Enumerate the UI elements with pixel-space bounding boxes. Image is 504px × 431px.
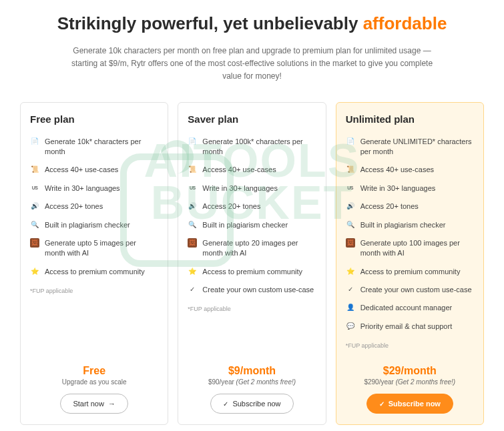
feature-item: ✓Create your own custom use-case: [188, 281, 316, 299]
sound-icon: 🔊: [188, 201, 197, 211]
feature-item: ⭐Access to premium community: [188, 263, 316, 281]
feature-item: 💬Priority email & chat support: [346, 318, 474, 336]
feature-text: Built in plagiarism checker: [360, 220, 446, 230]
feature-text: Access to premium community: [360, 267, 461, 277]
plan-footer: $9/month$90/year (Get 2 months free!)✓Su…: [188, 354, 316, 414]
plan-price-sub: $90/year (Get 2 months free!): [188, 378, 316, 386]
feature-item: 🔍Built in plagiarism checker: [346, 216, 474, 234]
subscribe-button[interactable]: ✓Subscribe now: [210, 394, 293, 414]
plan-title: Saver plan: [188, 113, 316, 125]
mag-icon: 🔍: [30, 220, 39, 230]
star-icon: ⭐: [30, 267, 39, 276]
mag-icon: 🔍: [346, 220, 355, 230]
feature-text: Generate 10k* characters per month: [45, 137, 158, 157]
fup-note: *FUP applicable: [30, 288, 158, 294]
plan-card-unlimited-plan: Unlimited plan📄Generate UNLIMITED* chara…: [336, 102, 484, 426]
mag-icon: 🔍: [188, 220, 197, 230]
start-now-button[interactable]: Start now→: [60, 394, 128, 414]
feature-text: Generate 100k* characters per month: [202, 137, 316, 157]
feature-item: 🔊Access 20+ tones: [346, 197, 474, 216]
person-icon: 👤: [346, 303, 355, 312]
feature-text: Access to premium community: [202, 267, 302, 277]
doc-icon: 📄: [30, 137, 39, 146]
feature-item: 🔍Built in plagiarism checker: [30, 216, 158, 234]
plan-price: Free: [30, 365, 158, 377]
scroll-icon: 📜: [30, 165, 39, 174]
scroll-icon: 📜: [188, 165, 197, 174]
scroll-icon: 📜: [346, 165, 355, 174]
img-icon: 🖼: [346, 238, 355, 248]
feature-item: 📜Access 40+ use-cases: [188, 161, 316, 179]
feature-text: Generate upto 100 images per month with …: [360, 238, 474, 259]
pricing-plans: Free plan📄Generate 10k* characters per m…: [20, 102, 484, 426]
plan-title: Free plan: [30, 113, 158, 125]
feature-item: ⭐Access to premium community: [30, 263, 158, 281]
plan-price-sub: $290/year (Get 2 months free!): [346, 378, 474, 386]
feature-item: 🔍Built in plagiarism checker: [188, 216, 316, 234]
doc-icon: 📄: [188, 137, 197, 146]
feature-item: 🔊Access 20+ tones: [188, 197, 316, 216]
plan-footer: $29/month$290/year (Get 2 months free!)✓…: [346, 354, 474, 414]
feature-text: Access 20+ tones: [45, 201, 103, 211]
plan-card-free-plan: Free plan📄Generate 10k* characters per m…: [20, 102, 168, 426]
fup-note: *FUP applicable: [346, 342, 474, 349]
feature-text: Access 40+ use-cases: [360, 165, 434, 175]
feature-item: USWrite in 30+ languages: [188, 179, 316, 197]
feature-text: Access 40+ use-cases: [202, 165, 276, 175]
hero-subtitle: Generate 10k characters per month on fre…: [65, 45, 439, 83]
feature-item: 📜Access 40+ use-cases: [346, 161, 474, 179]
star-icon: ⭐: [346, 267, 355, 276]
us-icon: US: [346, 183, 355, 193]
feature-list: 📄Generate 100k* characters per month📜Acc…: [188, 133, 316, 300]
subscribe-button[interactable]: ✓Subscribe now: [366, 394, 453, 414]
feature-text: Generate upto 20 images per month with A…: [202, 238, 316, 259]
feature-item: 📄Generate 100k* characters per month: [188, 133, 316, 161]
plan-card-saver-plan: Saver plan📄Generate 100k* characters per…: [178, 102, 326, 426]
feature-text: Create your own custom use-case: [202, 285, 314, 295]
plan-title: Unlimited plan: [346, 113, 474, 125]
feature-text: Access 20+ tones: [202, 201, 260, 211]
feature-item: 📄Generate UNLIMITED* characters per mont…: [346, 133, 474, 161]
feature-item: 📄Generate 10k* characters per month: [30, 133, 158, 161]
feature-list: 📄Generate UNLIMITED* characters per mont…: [346, 133, 474, 336]
plan-price: $29/month: [346, 365, 474, 377]
feature-item: 👤Dedicated account manager: [346, 299, 474, 317]
sound-icon: 🔊: [346, 201, 355, 211]
check-icon: ✓: [223, 400, 228, 408]
feature-item: ⭐Access to premium community: [346, 263, 474, 281]
plan-price: $9/month: [188, 365, 316, 377]
check-icon: ✓: [188, 285, 197, 294]
feature-list: 📄Generate 10k* characters per month📜Acce…: [30, 133, 158, 282]
button-label: Start now: [73, 400, 103, 408]
us-icon: US: [188, 183, 197, 193]
feature-text: Write in 30+ languages: [202, 183, 278, 193]
feature-text: Create your own custom use-case: [360, 285, 472, 295]
us-icon: US: [30, 183, 39, 193]
check-icon: ✓: [379, 400, 385, 408]
chat-icon: 💬: [346, 322, 355, 331]
feature-text: Access 40+ use-cases: [45, 165, 118, 175]
plan-price-sub: Upgrade as you scale: [30, 378, 158, 386]
feature-item: USWrite in 30+ languages: [346, 179, 474, 197]
feature-item: 🖼Generate upto 20 images per month with …: [188, 234, 316, 263]
sound-icon: 🔊: [30, 201, 39, 211]
feature-text: Write in 30+ languages: [360, 183, 436, 193]
arrow-right-icon: →: [108, 400, 115, 408]
feature-item: ✓Create your own custom use-case: [346, 281, 474, 299]
feature-text: Access to premium community: [45, 267, 145, 277]
fup-note: *FUP applicable: [188, 306, 316, 312]
feature-text: Built in plagiarism checker: [45, 220, 130, 230]
feature-item: 🔊Access 20+ tones: [30, 197, 158, 216]
feature-text: Dedicated account manager: [360, 303, 453, 313]
img-icon: 🖼: [30, 238, 39, 248]
star-icon: ⭐: [188, 267, 197, 276]
feature-text: Generate UNLIMITED* characters per month: [360, 137, 474, 157]
feature-item: 🖼Generate upto 5 images per month with A…: [30, 234, 158, 263]
feature-text: Priority email & chat support: [360, 322, 453, 332]
feature-text: Generate upto 5 images per month with AI: [45, 238, 158, 259]
plan-footer: FreeUpgrade as you scaleStart now→: [30, 354, 158, 414]
feature-text: Write in 30+ languages: [45, 183, 120, 193]
feature-item: USWrite in 30+ languages: [30, 179, 158, 197]
doc-icon: 📄: [346, 137, 355, 146]
feature-text: Access 20+ tones: [360, 201, 419, 211]
